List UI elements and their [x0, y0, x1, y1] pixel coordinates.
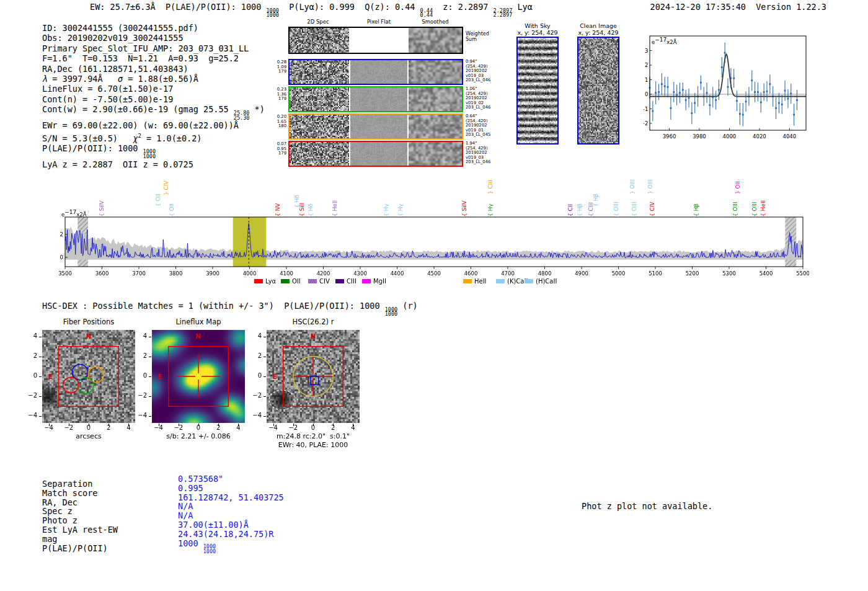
y-tick-label: 2 — [248, 352, 262, 359]
smoothed-image — [409, 142, 462, 166]
y-tick-label: −4 — [24, 412, 37, 419]
svg-text:N: N — [86, 332, 92, 340]
info-line: F=1.6" T=0.153 N=1.21 A=0.93 g=25.2 — [42, 53, 265, 63]
pixel-flat-image — [350, 115, 407, 138]
match-row-value: 37.00(±11.00)Å — [178, 520, 284, 530]
x-tick-label: 4 — [232, 424, 244, 431]
fiber-row — [288, 113, 463, 140]
info-line: Cont(n) = -7.50(±5.00)e-19 — [42, 94, 265, 104]
y-tick-mark — [149, 357, 151, 357]
legend-swatch — [463, 279, 472, 283]
match-row-value: 1000 10001000 — [178, 539, 284, 554]
y-tick-mark — [264, 396, 266, 397]
y-tick-mark — [39, 396, 42, 397]
match-row-value: 0.995 — [178, 484, 284, 493]
svg-text:5100: 5100 — [649, 270, 662, 277]
x-tick-label: 2 — [102, 424, 115, 431]
fiber-overlay: NE — [42, 330, 135, 423]
line-fit-chart: 396039804000402040403210−1−2 — [644, 30, 808, 148]
legend-swatch — [525, 279, 533, 283]
svg-text:4700: 4700 — [501, 270, 515, 277]
emission-line-label-oiii: { OIII — [732, 202, 738, 216]
with-sky-title: With Sky — [507, 22, 569, 29]
cutout-title: HSC(26.2) r — [267, 318, 360, 326]
info-line: P(LAE)/P(OII): 1000 10001000 — [42, 143, 265, 159]
x-tick-label: −4 — [267, 424, 280, 431]
emission-line-label-hγ: { Hγ — [397, 203, 404, 216]
summary-header: EW: 25.7±6.3Å P(LAE)/P(OII): 1000 100010… — [90, 2, 533, 18]
smoothed-image — [409, 115, 462, 138]
svg-text:3800: 3800 — [169, 270, 183, 277]
legend-item-heii: HeII — [463, 278, 487, 285]
legend-label: MgII — [373, 278, 386, 285]
info-line: ID: 3002441555 (3002441555.pdf) — [42, 23, 265, 33]
match-table-values: 0.573568"0.995161.128742, 51.403725N/AN/… — [178, 474, 284, 554]
pixel-flat-image — [350, 142, 407, 166]
svg-text:4020: 4020 — [753, 133, 766, 140]
cutout-caption: s/b: 2.21 +/- 0.086 — [146, 432, 251, 440]
2d-spec-image — [290, 115, 349, 138]
fiber-row-weights: 0.281.09179 — [271, 60, 286, 74]
pixel-flat-image — [350, 60, 407, 84]
y-tick-label: −2 — [24, 392, 37, 399]
2d-spec-image — [290, 60, 349, 84]
y-tick-label: −2 — [248, 392, 262, 399]
svg-text:4800: 4800 — [538, 270, 552, 277]
fiber-row — [288, 59, 463, 85]
y-tick-label: 2 — [24, 352, 37, 359]
emission-line-label-civ: } CIV — [163, 180, 169, 195]
x-tick-label: 0 — [307, 424, 319, 431]
emission-line-label-oii: { OII — [155, 193, 161, 207]
2d-spec-image — [290, 142, 349, 166]
svg-text:4100: 4100 — [280, 270, 293, 277]
y-tick-label: −2 — [133, 392, 147, 399]
detection-info-block: ID: 3002441555 (3002441555.pdf)Obs: 2019… — [42, 23, 265, 169]
legend-swatch — [281, 279, 290, 283]
emission-line-label-nv: { NV — [275, 203, 281, 216]
emission-line-label-hγ: { Hγ — [487, 203, 494, 216]
legend-item-hcaii: (H)CaII — [525, 278, 557, 285]
svg-text:3: 3 — [645, 48, 648, 54]
weight-value: 179 — [271, 151, 286, 156]
match-row-label: Est LyA rest-EW — [42, 525, 118, 535]
svg-text:−1: −1 — [644, 106, 649, 112]
emission-line-label-siiv: { SiIV — [99, 200, 105, 216]
full-spectrum-flux-units-label: e−17x2Å — [61, 209, 87, 218]
y-tick-label: 4 — [24, 332, 37, 339]
smoothed-image — [409, 28, 462, 53]
svg-text:3980: 3980 — [693, 133, 706, 140]
weighted-sum-label: Weighted Sum — [466, 31, 494, 42]
spec2d-col-header-pixelflat: Pixel Flat — [354, 19, 404, 25]
info-line: EWr = 69.00(±22.00) (w: 69.00(±22.00))Å — [42, 120, 265, 130]
photz-note: Phot z plot not available. — [582, 501, 712, 511]
y-tick-mark — [39, 337, 42, 337]
x-tick-label: −4 — [43, 424, 55, 431]
pixel-flat-image — [350, 87, 407, 111]
emission-line-label-oiii: } OIII — [647, 179, 653, 194]
spec2d-col-header-2dspec: 2D Spec — [293, 19, 343, 25]
svg-text:4000: 4000 — [723, 133, 737, 140]
spec2d-col-header-smoothed: Smoothed — [410, 19, 460, 25]
legend-item-kcaii: (K)CaII — [496, 278, 528, 285]
x-tick-label: 2 — [212, 424, 224, 431]
svg-text:5200: 5200 — [686, 270, 699, 277]
y-tick-mark — [39, 416, 42, 417]
legend-label: CIII — [347, 278, 356, 285]
hscdex-match-header: HSC-DEX : Possible Matches = 1 (within +… — [42, 301, 418, 317]
pixel-flat-image — [350, 28, 407, 53]
match-row-value: 24.43(24.18,24.75)R — [178, 530, 284, 539]
y-tick-label: −4 — [248, 412, 262, 419]
cutout-xlabel: arcsecs — [42, 432, 135, 440]
report-datetime: 2024-12-20 17:35:40 — [650, 2, 746, 12]
svg-text:N: N — [311, 332, 316, 340]
match-row-label: Spec z — [42, 507, 118, 516]
emission-line-label-hβ: { Hβ — [577, 203, 583, 216]
clean-image-coords: x, y: 254, 429 — [567, 29, 629, 36]
legend-label: (H)CaII — [536, 278, 557, 285]
hsc-overlay: NE — [267, 330, 360, 423]
legend-swatch — [362, 279, 371, 283]
match-row-value: 161.128742, 51.403725 — [178, 493, 284, 502]
emission-line-label-oii: { OII — [169, 203, 175, 216]
summary-stats: EW: 25.7±6.3Å P(LAE)/P(OII): 1000 100010… — [90, 2, 533, 12]
svg-text:−2: −2 — [644, 120, 649, 127]
